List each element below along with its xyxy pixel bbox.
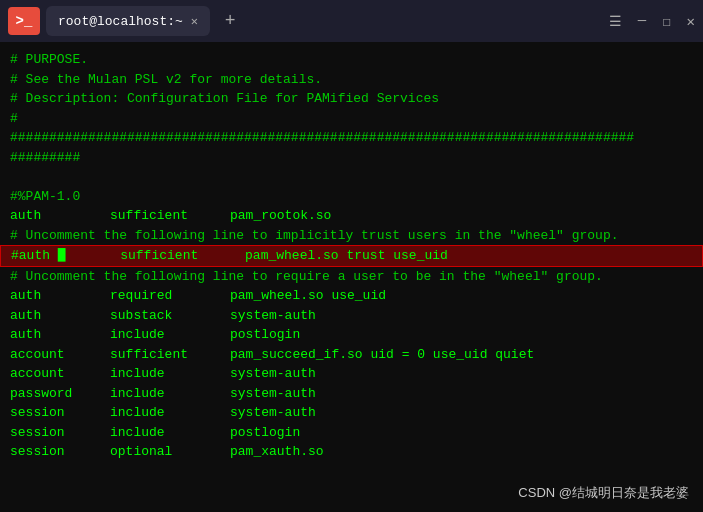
new-tab-button[interactable]: + <box>216 7 244 35</box>
terminal-window: # PURPOSE. # See the Mulan PSL v2 for mo… <box>0 42 703 512</box>
close-button[interactable]: ✕ <box>687 13 695 30</box>
line-3: # Description: Configuration File for PA… <box>10 89 693 109</box>
line-auth-include: authincludepostlogin <box>10 325 693 345</box>
line-pam: #%PAM-1.0 <box>10 187 693 207</box>
line-auth-required: authrequiredpam_wheel.so use_uid <box>10 286 693 306</box>
line-auth-sufficient: authsufficientpam_rootok.so <box>10 206 693 226</box>
line-6: ######### <box>10 148 693 168</box>
line-session-optional: sessionoptionalpam_xauth.so <box>10 442 693 462</box>
tab-label: root@localhost:~ <box>58 14 183 29</box>
line-account-include: accountincludesystem-auth <box>10 364 693 384</box>
line-highlighted: #auth █ sufficient pam_wheel.so trust us… <box>0 245 703 267</box>
watermark: CSDN @结城明日奈是我老婆 <box>518 484 689 502</box>
line-comment-wheel1: # Uncomment the following line to implic… <box>10 226 693 246</box>
titlebar: >_ root@localhost:~ ✕ + ☰ ─ ☐ ✕ <box>0 0 703 42</box>
menu-icon[interactable]: ☰ <box>609 13 622 30</box>
line-blank <box>10 167 693 187</box>
terminal-content: # PURPOSE. # See the Mulan PSL v2 for mo… <box>10 50 693 462</box>
maximize-button[interactable]: ☐ <box>662 13 670 30</box>
line-auth-substack: authsubstacksystem-auth <box>10 306 693 326</box>
line-comment-wheel2: # Uncomment the following line to requir… <box>10 267 693 287</box>
minimize-button[interactable]: ─ <box>638 13 646 29</box>
window-controls: ☰ ─ ☐ ✕ <box>609 13 695 30</box>
line-5: ########################################… <box>10 128 693 148</box>
line-2: # See the Mulan PSL v2 for more details. <box>10 70 693 90</box>
active-tab[interactable]: root@localhost:~ ✕ <box>46 6 210 36</box>
line-1: # PURPOSE. <box>10 50 693 70</box>
line-session-include1: sessionincludesystem-auth <box>10 403 693 423</box>
line-4: # <box>10 109 693 129</box>
line-password-include: passwordincludesystem-auth <box>10 384 693 404</box>
line-account-sufficient: accountsufficientpam_succeed_if.so uid =… <box>10 345 693 365</box>
line-session-include2: sessionincludepostlogin <box>10 423 693 443</box>
terminal-icon: >_ <box>8 7 40 35</box>
tab-close-button[interactable]: ✕ <box>191 14 198 29</box>
